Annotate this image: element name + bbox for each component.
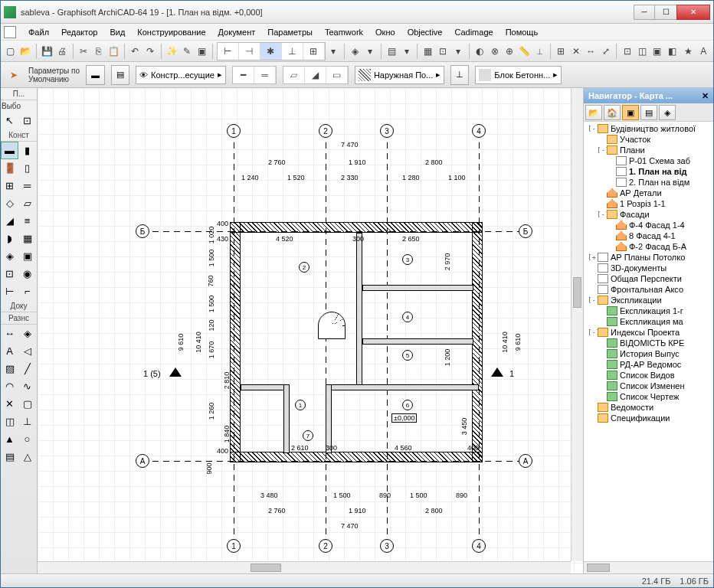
dropdown-icon[interactable]: ▾: [327, 43, 340, 60]
tree-node[interactable]: Список Видов: [585, 370, 712, 381]
maximize-button[interactable]: ☐: [655, 5, 676, 20]
nav-tab-project[interactable]: 📂: [585, 105, 602, 120]
tree-node[interactable]: Експликация ма: [585, 316, 712, 327]
hotspot-tool[interactable]: ✕: [1, 395, 18, 413]
spline-tool[interactable]: ∿: [18, 377, 36, 395]
material-dropdown[interactable]: Блок Бетонн... ▸: [475, 66, 562, 84]
expand-icon[interactable]: [+]: [588, 253, 595, 261]
measure-icon[interactable]: 📏: [518, 43, 531, 60]
redo-icon[interactable]: ↷: [143, 43, 156, 60]
tree-node[interactable]: 1. План на від: [585, 166, 712, 177]
zone-tool[interactable]: ▣: [18, 247, 36, 265]
menu-editor[interactable]: Редактор: [55, 26, 103, 38]
scrollbar-thumb[interactable]: [573, 277, 581, 308]
tree-node[interactable]: [-]Будівництво житлової: [585, 123, 712, 134]
highlight-icon[interactable]: ▣: [195, 43, 208, 60]
tree-node[interactable]: Участок: [585, 134, 712, 145]
snap4-icon[interactable]: ⊥: [282, 43, 303, 60]
favorites-icon[interactable]: ★: [682, 43, 695, 60]
tree-node[interactable]: Експликация 1-г: [585, 305, 712, 316]
vertical-scrollbar[interactable]: [571, 88, 583, 561]
tree-node[interactable]: Ведомости: [585, 402, 712, 413]
tool3-icon[interactable]: ⊕: [503, 43, 516, 60]
paste-icon[interactable]: 📋: [106, 43, 120, 60]
label-tool[interactable]: ◁: [18, 342, 36, 360]
geom2-icon[interactable]: ═: [254, 67, 276, 83]
expand-icon[interactable]: [-]: [597, 146, 604, 154]
window-tool[interactable]: ⊞: [1, 177, 18, 194]
arrow-icon[interactable]: ➤: [5, 67, 22, 83]
roof-tool[interactable]: ◢: [1, 212, 18, 230]
tree-node[interactable]: Список Чертеж: [585, 391, 712, 402]
navigator-close-icon[interactable]: ✕: [702, 91, 709, 101]
menu-document[interactable]: Документ: [212, 26, 262, 38]
tool1-icon[interactable]: ◐: [473, 43, 486, 60]
tree-node[interactable]: Ф-2 Фасад Б-А: [585, 241, 712, 252]
tree-node[interactable]: Общая Перспекти: [585, 273, 712, 284]
document-icon[interactable]: [4, 26, 16, 38]
snap3-icon[interactable]: ✱: [260, 43, 282, 60]
curtain-tool[interactable]: ▮: [18, 142, 36, 159]
nav-tab-publisher[interactable]: ▤: [640, 105, 657, 120]
open-icon[interactable]: 📂: [18, 43, 31, 60]
door-tool[interactable]: 🚪: [1, 159, 18, 177]
chevron-down-icon[interactable]: ▾: [451, 43, 464, 60]
grid-icon[interactable]: ▦: [421, 43, 434, 60]
lamp-tool[interactable]: ◉: [18, 265, 36, 283]
detail-tool[interactable]: ○: [18, 430, 36, 448]
tool8-icon[interactable]: ⊡: [621, 43, 634, 60]
shape3-icon[interactable]: ▭: [326, 67, 348, 83]
tool4-icon[interactable]: ⊞: [555, 43, 568, 60]
tool6-icon[interactable]: ↔: [584, 43, 597, 60]
expand-icon[interactable]: [-]: [597, 211, 604, 218]
save-icon[interactable]: 💾: [41, 43, 54, 60]
change-tool[interactable]: △: [18, 448, 36, 466]
elevation-tool[interactable]: ▲: [1, 430, 18, 448]
magic-wand-icon[interactable]: ✨: [165, 43, 178, 60]
layer-button[interactable]: ▤: [111, 65, 129, 85]
morph-tool[interactable]: ◈: [1, 247, 18, 265]
tree-node[interactable]: [-]Плани: [585, 145, 712, 155]
3d-icon[interactable]: ◈: [349, 43, 362, 60]
tool7-icon[interactable]: ⤢: [599, 43, 612, 60]
wall-end-tool[interactable]: ⊢: [1, 283, 18, 300]
copy-icon[interactable]: ⎘: [92, 43, 105, 60]
expand-icon[interactable]: [-]: [588, 296, 595, 304]
skylight-tool[interactable]: ◇: [1, 194, 18, 212]
shape1-icon[interactable]: ▱: [283, 67, 305, 83]
corner-tool[interactable]: ⌐: [18, 283, 36, 300]
menu-objective[interactable]: Objective: [401, 26, 449, 38]
tree-node[interactable]: История Выпус: [585, 348, 712, 359]
text-tool[interactable]: A: [1, 342, 18, 360]
nav-tab-view[interactable]: 🏠: [604, 105, 621, 120]
tree-node[interactable]: 2. План на відм: [585, 177, 712, 188]
dim-tool[interactable]: ↔: [1, 325, 18, 342]
menu-teamwork[interactable]: Teamwork: [319, 26, 369, 38]
minimize-button[interactable]: ─: [634, 5, 655, 20]
fill-tool[interactable]: ▨: [1, 360, 18, 377]
shape2-icon[interactable]: ◢: [305, 67, 326, 83]
tree-node[interactable]: Ф-4 Фасад 1-4: [585, 220, 712, 230]
marquee-tool[interactable]: ⊡: [18, 112, 36, 129]
stair-tool[interactable]: ≡: [18, 212, 36, 230]
close-button[interactable]: ✕: [676, 5, 710, 20]
layer-dropdown[interactable]: 👁 Констр...есущие ▸: [136, 66, 226, 84]
cut-icon[interactable]: ✂: [77, 43, 90, 60]
pen-icon[interactable]: ✎: [180, 43, 193, 60]
print-icon[interactable]: 🖨: [55, 43, 68, 60]
wall-tool[interactable]: ▬: [1, 142, 18, 159]
tree-node[interactable]: 8 Фасад 4-1: [585, 230, 712, 241]
chevron-down-icon[interactable]: ▾: [400, 43, 413, 60]
worksheet-tool[interactable]: ▤: [1, 448, 18, 466]
menu-view[interactable]: Вид: [103, 26, 131, 38]
tool2-icon[interactable]: ⊗: [488, 43, 501, 60]
tree-node[interactable]: [-]Фасади: [585, 209, 712, 220]
shell-tool[interactable]: ◗: [1, 230, 18, 247]
tool11-icon[interactable]: ◧: [666, 43, 679, 60]
element-settings-button[interactable]: ▬: [86, 65, 105, 85]
tree-node[interactable]: Фронтальная Аксо: [585, 284, 712, 295]
expand-icon[interactable]: [-]: [588, 328, 595, 336]
tree-node[interactable]: [+]АР Планы Потолко: [585, 252, 712, 263]
new-icon[interactable]: ▢: [4, 43, 17, 60]
navigator-scrollbar[interactable]: [584, 561, 713, 573]
